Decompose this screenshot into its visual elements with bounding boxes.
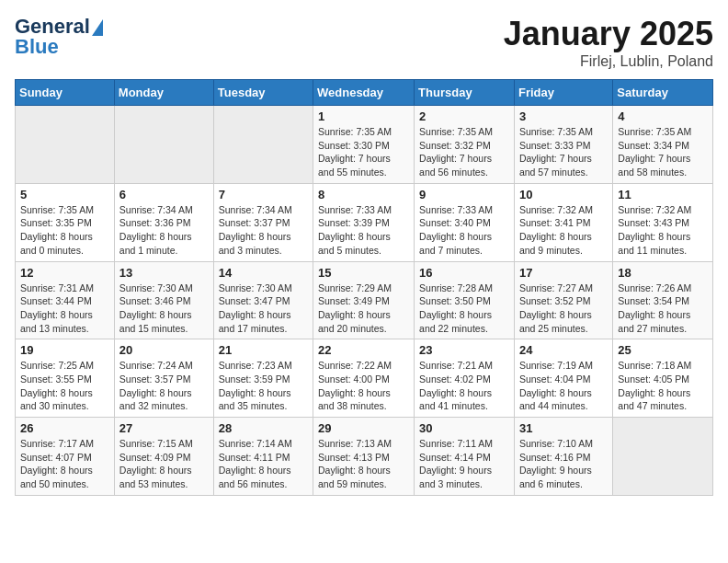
- day-detail: Sunrise: 7:29 AM Sunset: 3:49 PM Dayligh…: [318, 282, 409, 336]
- day-number: 19: [20, 343, 109, 357]
- day-number: 17: [519, 266, 608, 280]
- day-detail: Sunrise: 7:22 AM Sunset: 4:00 PM Dayligh…: [318, 359, 409, 413]
- day-detail: Sunrise: 7:15 AM Sunset: 4:09 PM Dayligh…: [119, 437, 209, 491]
- day-number: 30: [419, 421, 509, 435]
- calendar-cell: 23Sunrise: 7:21 AM Sunset: 4:02 PM Dayli…: [415, 339, 515, 418]
- day-number: 1: [318, 109, 409, 123]
- calendar-cell: 6Sunrise: 7:34 AM Sunset: 3:36 PM Daylig…: [114, 183, 213, 261]
- calendar-cell: 17Sunrise: 7:27 AM Sunset: 3:52 PM Dayli…: [514, 261, 612, 339]
- calendar-cell: 7Sunrise: 7:34 AM Sunset: 3:37 PM Daylig…: [213, 183, 313, 261]
- day-detail: Sunrise: 7:27 AM Sunset: 3:52 PM Dayligh…: [519, 282, 608, 336]
- calendar-cell: 26Sunrise: 7:17 AM Sunset: 4:07 PM Dayli…: [16, 418, 115, 496]
- calendar-cell: 15Sunrise: 7:29 AM Sunset: 3:49 PM Dayli…: [313, 261, 415, 339]
- calendar-cell: 1Sunrise: 7:35 AM Sunset: 3:30 PM Daylig…: [313, 106, 415, 184]
- calendar-cell: 12Sunrise: 7:31 AM Sunset: 3:44 PM Dayli…: [16, 261, 115, 339]
- day-number: 24: [519, 343, 608, 357]
- day-detail: Sunrise: 7:30 AM Sunset: 3:47 PM Dayligh…: [219, 282, 308, 336]
- day-number: 4: [618, 109, 708, 123]
- day-detail: Sunrise: 7:33 AM Sunset: 3:40 PM Dayligh…: [419, 203, 509, 258]
- calendar-cell: 13Sunrise: 7:30 AM Sunset: 3:46 PM Dayli…: [114, 261, 213, 339]
- day-number: 2: [419, 109, 509, 123]
- day-detail: Sunrise: 7:35 AM Sunset: 3:34 PM Dayligh…: [618, 125, 708, 179]
- day-detail: Sunrise: 7:34 AM Sunset: 3:36 PM Dayligh…: [119, 203, 209, 258]
- day-detail: Sunrise: 7:31 AM Sunset: 3:44 PM Dayligh…: [20, 282, 109, 336]
- day-number: 25: [618, 343, 708, 357]
- calendar-cell: 14Sunrise: 7:30 AM Sunset: 3:47 PM Dayli…: [213, 261, 313, 339]
- day-detail: Sunrise: 7:26 AM Sunset: 3:54 PM Dayligh…: [618, 282, 708, 336]
- calendar-cell: 3Sunrise: 7:35 AM Sunset: 3:33 PM Daylig…: [514, 106, 612, 184]
- calendar-week-row: 19Sunrise: 7:25 AM Sunset: 3:55 PM Dayli…: [16, 339, 713, 418]
- day-number: 6: [119, 188, 209, 201]
- day-detail: Sunrise: 7:35 AM Sunset: 3:32 PM Dayligh…: [419, 125, 509, 179]
- day-number: 13: [119, 266, 209, 280]
- logo-blue: Blue: [15, 35, 59, 59]
- calendar-cell: [213, 106, 313, 184]
- logo: General Blue: [15, 15, 103, 59]
- calendar-cell: 29Sunrise: 7:13 AM Sunset: 4:13 PM Dayli…: [313, 418, 415, 496]
- calendar-week-row: 12Sunrise: 7:31 AM Sunset: 3:44 PM Dayli…: [16, 261, 713, 339]
- calendar-cell: 21Sunrise: 7:23 AM Sunset: 3:59 PM Dayli…: [213, 339, 313, 418]
- day-number: 16: [419, 266, 509, 280]
- weekday-header-saturday: Saturday: [613, 80, 713, 106]
- calendar-title-block: January 2025 Firlej, Lublin, Poland: [504, 15, 713, 70]
- calendar-subtitle: Firlej, Lublin, Poland: [504, 53, 713, 70]
- day-number: 7: [219, 188, 308, 201]
- day-number: 31: [519, 421, 608, 435]
- calendar-cell: 2Sunrise: 7:35 AM Sunset: 3:32 PM Daylig…: [415, 106, 515, 184]
- weekday-header-monday: Monday: [114, 80, 213, 106]
- day-number: 5: [20, 188, 109, 201]
- day-detail: Sunrise: 7:24 AM Sunset: 3:57 PM Dayligh…: [119, 359, 209, 413]
- day-detail: Sunrise: 7:32 AM Sunset: 3:43 PM Dayligh…: [618, 203, 708, 258]
- calendar-cell: 30Sunrise: 7:11 AM Sunset: 4:14 PM Dayli…: [415, 418, 515, 496]
- calendar-cell: 20Sunrise: 7:24 AM Sunset: 3:57 PM Dayli…: [114, 339, 213, 418]
- day-number: 22: [318, 343, 409, 357]
- calendar-week-row: 5Sunrise: 7:35 AM Sunset: 3:35 PM Daylig…: [16, 183, 713, 261]
- day-number: 18: [618, 266, 708, 280]
- day-detail: Sunrise: 7:35 AM Sunset: 3:30 PM Dayligh…: [318, 125, 409, 179]
- day-detail: Sunrise: 7:32 AM Sunset: 3:41 PM Dayligh…: [519, 203, 608, 258]
- calendar-cell: 16Sunrise: 7:28 AM Sunset: 3:50 PM Dayli…: [415, 261, 515, 339]
- calendar-cell: 18Sunrise: 7:26 AM Sunset: 3:54 PM Dayli…: [613, 261, 713, 339]
- day-number: 28: [219, 421, 308, 435]
- day-number: 8: [318, 188, 409, 201]
- weekday-header-row: SundayMondayTuesdayWednesdayThursdayFrid…: [16, 80, 713, 106]
- day-number: 3: [519, 109, 608, 123]
- day-detail: Sunrise: 7:34 AM Sunset: 3:37 PM Dayligh…: [219, 203, 308, 258]
- calendar-cell: 31Sunrise: 7:10 AM Sunset: 4:16 PM Dayli…: [514, 418, 612, 496]
- day-detail: Sunrise: 7:10 AM Sunset: 4:16 PM Dayligh…: [519, 437, 608, 491]
- calendar-cell: 24Sunrise: 7:19 AM Sunset: 4:04 PM Dayli…: [514, 339, 612, 418]
- day-number: 27: [119, 421, 209, 435]
- weekday-header-thursday: Thursday: [415, 80, 515, 106]
- day-number: 26: [20, 421, 109, 435]
- weekday-header-wednesday: Wednesday: [313, 80, 415, 106]
- page-header: General Blue January 2025 Firlej, Lublin…: [15, 15, 713, 70]
- day-number: 10: [519, 188, 608, 201]
- day-number: 11: [618, 188, 708, 201]
- day-number: 12: [20, 266, 109, 280]
- calendar-cell: 4Sunrise: 7:35 AM Sunset: 3:34 PM Daylig…: [613, 106, 713, 184]
- calendar-cell: 19Sunrise: 7:25 AM Sunset: 3:55 PM Dayli…: [16, 339, 115, 418]
- day-detail: Sunrise: 7:19 AM Sunset: 4:04 PM Dayligh…: [519, 359, 608, 413]
- day-detail: Sunrise: 7:28 AM Sunset: 3:50 PM Dayligh…: [419, 282, 509, 336]
- weekday-header-friday: Friday: [514, 80, 612, 106]
- calendar-week-row: 26Sunrise: 7:17 AM Sunset: 4:07 PM Dayli…: [16, 418, 713, 496]
- day-detail: Sunrise: 7:13 AM Sunset: 4:13 PM Dayligh…: [318, 437, 409, 491]
- calendar-cell: 8Sunrise: 7:33 AM Sunset: 3:39 PM Daylig…: [313, 183, 415, 261]
- day-detail: Sunrise: 7:23 AM Sunset: 3:59 PM Dayligh…: [219, 359, 308, 413]
- day-detail: Sunrise: 7:18 AM Sunset: 4:05 PM Dayligh…: [618, 359, 708, 413]
- day-number: 23: [419, 343, 509, 357]
- day-detail: Sunrise: 7:35 AM Sunset: 3:35 PM Dayligh…: [20, 203, 109, 258]
- calendar-cell: 11Sunrise: 7:32 AM Sunset: 3:43 PM Dayli…: [613, 183, 713, 261]
- weekday-header-sunday: Sunday: [16, 80, 115, 106]
- day-number: 29: [318, 421, 409, 435]
- logo-triangle-icon: [92, 19, 103, 36]
- calendar-table: SundayMondayTuesdayWednesdayThursdayFrid…: [15, 79, 713, 496]
- calendar-week-row: 1Sunrise: 7:35 AM Sunset: 3:30 PM Daylig…: [16, 106, 713, 184]
- calendar-cell: 9Sunrise: 7:33 AM Sunset: 3:40 PM Daylig…: [415, 183, 515, 261]
- day-number: 21: [219, 343, 308, 357]
- day-detail: Sunrise: 7:30 AM Sunset: 3:46 PM Dayligh…: [119, 282, 209, 336]
- weekday-header-tuesday: Tuesday: [213, 80, 313, 106]
- day-number: 15: [318, 266, 409, 280]
- calendar-cell: [613, 418, 713, 496]
- day-detail: Sunrise: 7:35 AM Sunset: 3:33 PM Dayligh…: [519, 125, 608, 179]
